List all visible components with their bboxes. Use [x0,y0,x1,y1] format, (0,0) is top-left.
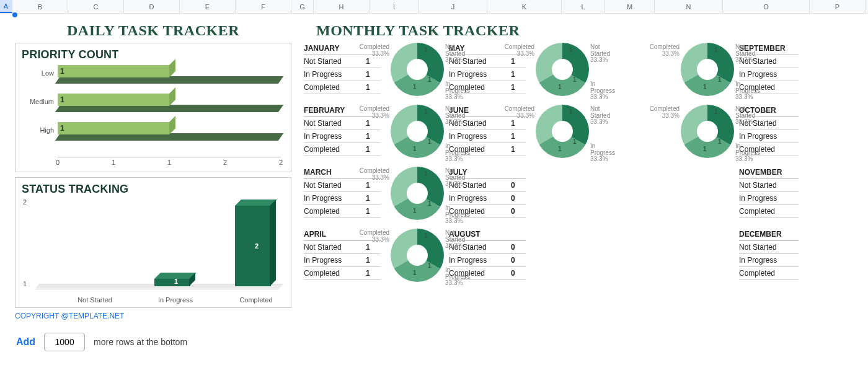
col-K[interactable]: K [487,0,562,13]
col-B[interactable]: B [12,0,68,13]
col-I[interactable]: I [370,0,419,13]
month-table: DECEMBERNot StartedIn ProgressCompleted [739,229,799,282]
priority-row-low: Low1 [22,64,285,87]
col-O[interactable]: O [723,0,810,13]
col-G[interactable]: G [291,0,314,13]
col-L[interactable]: L [562,0,605,13]
col-N[interactable]: N [655,0,723,13]
priority-count-chart[interactable]: PRIORITY COUNT Low1Medium1High101122 [15,43,291,172]
column-headers[interactable]: ABCDEFGHIJKLMNOP [0,0,868,14]
col-M[interactable]: M [605,0,655,13]
month-donut: Completed33.3%Not Started33.3%In Progres… [391,105,444,158]
add-rows-input[interactable] [44,333,85,351]
month-donut: Completed33.3%Not Started33.3%In Progres… [536,43,589,96]
priority-row-medium: Medium1 [22,92,285,116]
month-name: DECEMBER [739,229,799,241]
month-donut: Completed33.3%Not Started33.3%In Progres… [681,105,734,158]
copyright-link[interactable]: COPYRIGHT @TEMPLATE.NET [15,312,857,320]
priority-row-high: High1 [22,121,285,144]
month-cell [594,229,734,282]
month-donut: Completed33.3%Not Started33.3%In Progres… [391,43,444,96]
add-rows-button[interactable]: Add [16,336,35,348]
month-donut: Completed33.3%Not Started33.3%In Progres… [391,229,444,282]
month-cell: JANUARYNot Started1In Progress1Completed… [304,43,444,96]
month-cell [594,167,734,220]
priority-count-title: PRIORITY COUNT [22,48,285,61]
col-H[interactable]: H [314,0,370,13]
col-E[interactable]: E [180,0,236,13]
add-rows-footer: Add more rows at the bottom [0,323,868,361]
month-cell: FEBRUARYNot Started1In Progress1Complete… [304,105,444,158]
month-cell: DECEMBERNot StartedIn ProgressCompleted [739,229,799,282]
status-tracking-chart[interactable]: STATUS TRACKING 12 12Not StartedIn Progr… [15,177,291,308]
month-cell: NOVEMBERNot StartedIn ProgressCompleted [739,167,799,220]
month-donut: Completed33.3%Not Started33.3%In Progres… [536,105,589,158]
monthly-title: MONTHLY TASK TRACKER [316,22,857,39]
col-D[interactable]: D [124,0,180,13]
col-J[interactable]: J [419,0,487,13]
daily-title: DAILY TASK TRACKER [15,22,291,39]
month-cell: MARCHNot Started1In Progress1Completed1C… [304,167,444,220]
month-name: NOVEMBER [739,167,799,179]
col-P[interactable]: P [810,0,866,13]
month-donut: Completed33.3%Not Started33.3%In Progres… [391,167,444,220]
month-table: NOVEMBERNot StartedIn ProgressCompleted [739,167,799,220]
col-F[interactable]: F [236,0,291,13]
col-A[interactable]: A [0,0,12,13]
month-donut: Completed33.3%Not Started33.3%In Progres… [681,43,734,96]
col-C[interactable]: C [68,0,124,13]
active-cell-indicator [12,12,17,17]
add-rows-label: more rows at the bottom [94,337,187,347]
status-tracking-title: STATUS TRACKING [22,183,285,196]
month-cell: APRILNot Started1In Progress1Completed1C… [304,229,444,282]
